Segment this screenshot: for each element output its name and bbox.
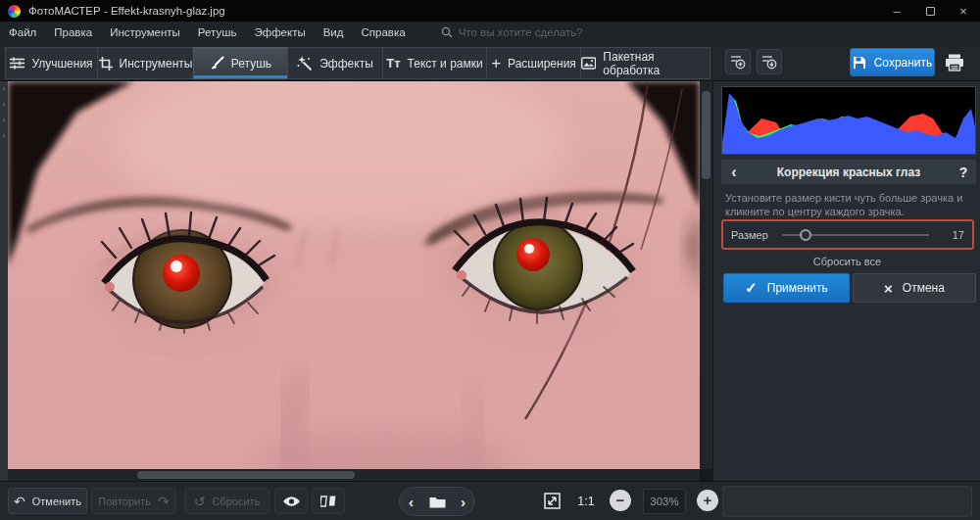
- show-original-button[interactable]: [274, 488, 308, 514]
- titlebar: ФотоМАСТЕР - Effekt-krasnyh-glaz.jpg – ×: [0, 0, 980, 22]
- instruction-text: Установите размер кисти чуть больше зрач…: [725, 191, 972, 218]
- minimize-icon: –: [893, 4, 900, 19]
- minimize-button[interactable]: –: [880, 0, 913, 22]
- tab-text-frames[interactable]: Тт Текст и рамки: [382, 47, 487, 79]
- size-slider-value: 17: [943, 229, 964, 241]
- help-button[interactable]: ?: [951, 165, 976, 180]
- chevron-right-icon: ›: [3, 132, 6, 140]
- plus-icon: +: [491, 54, 501, 73]
- photo-red-eye-portrait: [8, 81, 700, 469]
- menu-effects[interactable]: Эффекты: [254, 26, 305, 38]
- next-photo-button[interactable]: ›: [461, 495, 466, 509]
- apply-button[interactable]: ✓ Применить: [723, 273, 850, 303]
- zoom-out-button[interactable]: −: [610, 490, 631, 511]
- size-slider-label: Размер: [731, 229, 776, 241]
- brush-icon: [210, 56, 224, 71]
- zoom-in-button[interactable]: +: [697, 490, 718, 511]
- reset-icon: ↺: [194, 495, 206, 508]
- redo-label: Повторить: [98, 496, 151, 507]
- redo-icon: ↷: [158, 495, 170, 508]
- tab-label: Расширения: [508, 57, 576, 71]
- size-slider-track[interactable]: [782, 234, 929, 236]
- save-button[interactable]: Сохранить: [850, 48, 935, 76]
- tab-label: Инструменты: [120, 57, 193, 71]
- search-placeholder: Что вы хотите сделать?: [459, 26, 583, 38]
- menu-edit[interactable]: Правка: [54, 26, 92, 38]
- menu-file[interactable]: Файл: [9, 26, 36, 38]
- horizontal-scrollbar[interactable]: [8, 469, 700, 481]
- preset-add-icon: [730, 54, 746, 70]
- tab-batch[interactable]: Пакетная обработка: [580, 47, 710, 79]
- zoom-1to1-button[interactable]: 1:1: [571, 488, 601, 514]
- tab-effects[interactable]: Эффекты: [287, 47, 383, 79]
- eye-icon: [282, 496, 301, 507]
- size-slider-row: Размер 17: [723, 221, 972, 248]
- magic-wand-icon: [297, 56, 313, 71]
- tab-label: Ретушь: [231, 57, 271, 71]
- tab-improvements[interactable]: Улучшения: [5, 47, 98, 79]
- batch-image-icon: [581, 57, 596, 70]
- print-button[interactable]: [941, 49, 968, 75]
- search-box[interactable]: Что вы хотите сделать?: [441, 26, 583, 38]
- reset-button[interactable]: ↺ Сбросить: [184, 488, 270, 514]
- right-panel: ‹ Коррекция красных глаз ? Установите ра…: [712, 81, 980, 481]
- tab-label: Пакетная обработка: [603, 50, 710, 77]
- apply-label: Применить: [767, 281, 828, 295]
- tab-label: Улучшения: [31, 57, 92, 71]
- menubar: Файл Правка Инструменты Ретушь Эффекты В…: [0, 22, 980, 42]
- reset-label: Сбросить: [212, 496, 260, 507]
- x-icon: ×: [884, 280, 893, 297]
- undo-icon: ↶: [14, 495, 25, 508]
- search-icon: [441, 26, 453, 38]
- menu-retouch[interactable]: Ретушь: [198, 26, 237, 38]
- panel-title: Коррекция красных глаз: [747, 165, 951, 179]
- text-icon: Тт: [386, 56, 400, 71]
- window-controls: – ×: [880, 0, 980, 22]
- printer-icon: [945, 54, 964, 71]
- prev-photo-button[interactable]: ‹: [409, 495, 414, 509]
- horizontal-scrollbar-thumb[interactable]: [137, 471, 355, 479]
- maximize-button[interactable]: [913, 0, 947, 22]
- tab-tools[interactable]: Инструменты: [97, 47, 194, 79]
- panel-header: ‹ Коррекция красных глаз ?: [721, 160, 976, 184]
- maximize-icon: [926, 7, 935, 16]
- crop-icon: [99, 57, 113, 71]
- histogram: [721, 86, 976, 155]
- cancel-button[interactable]: × Отмена: [853, 273, 976, 303]
- menu-tools[interactable]: Инструменты: [110, 26, 180, 38]
- tabbar: Улучшения Инструменты Ретушь Эффекты Тт …: [0, 42, 980, 81]
- save-label: Сохранить: [874, 56, 933, 70]
- undo-button[interactable]: ↶ Отменить: [8, 488, 87, 514]
- save-icon: [853, 56, 866, 70]
- close-button[interactable]: ×: [947, 0, 980, 22]
- preset-download-icon: [761, 54, 777, 70]
- tab-retouch[interactable]: Ретушь: [193, 47, 288, 79]
- check-icon: ✓: [745, 279, 758, 297]
- preset-export-button[interactable]: [757, 49, 782, 74]
- zoom-level[interactable]: 303%: [643, 489, 686, 514]
- folder-icon[interactable]: [429, 496, 446, 508]
- chevron-right-icon: ›: [3, 85, 6, 93]
- tab-label: Текст и рамки: [408, 57, 483, 71]
- tab-label: Эффекты: [319, 57, 373, 71]
- redo-button[interactable]: Повторить ↷: [91, 488, 176, 514]
- file-navigator: ‹ ›: [399, 487, 475, 516]
- size-slider-thumb[interactable]: [800, 229, 811, 241]
- menu-view[interactable]: Вид: [323, 26, 344, 38]
- app-logo-icon: [8, 5, 21, 18]
- compare-split-icon: [320, 495, 336, 508]
- vertical-scrollbar-thumb[interactable]: [702, 91, 710, 179]
- photo-canvas[interactable]: [8, 81, 700, 469]
- app-window: ФотоМАСТЕР - Effekt-krasnyh-glaz.jpg – ×…: [0, 0, 980, 520]
- vertical-scrollbar[interactable]: [700, 81, 712, 469]
- before-after-button[interactable]: [312, 488, 345, 514]
- cancel-label: Отмена: [903, 281, 945, 295]
- menu-help[interactable]: Справка: [362, 26, 406, 38]
- reset-all-link[interactable]: Сбросить все: [713, 256, 980, 267]
- preset-add-button[interactable]: [725, 49, 751, 74]
- tab-extensions[interactable]: + Расширения: [486, 47, 581, 79]
- back-button[interactable]: ‹: [721, 164, 747, 181]
- sliders-icon: [10, 57, 24, 70]
- left-panel-expander[interactable]: › › › ›: [0, 81, 8, 481]
- fit-screen-button[interactable]: [538, 488, 566, 514]
